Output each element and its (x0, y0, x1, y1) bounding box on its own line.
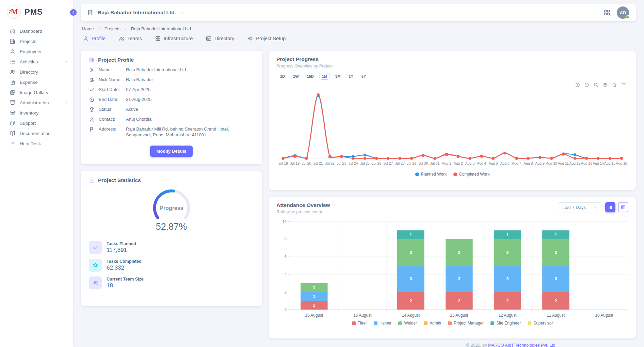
legend-supervisor[interactable]: Supervisor (528, 321, 553, 326)
tab-project-setup[interactable]: Project Setup (247, 35, 286, 45)
sidebar-item-help-desk[interactable]: Help Desk (0, 138, 73, 149)
range-button-15d[interactable]: 15D (304, 73, 317, 80)
range-button-3m[interactable]: 3M (332, 73, 343, 80)
person-icon (89, 117, 95, 122)
svg-text:Aug 16: Aug 16 (616, 162, 627, 165)
legend-admin[interactable]: Admin (424, 321, 441, 326)
legend-color-square (352, 321, 356, 325)
sidebar-item-employees[interactable]: Employees (0, 46, 73, 57)
stat-value: 62,332 (107, 265, 142, 271)
range-button-1d[interactable]: 1D (277, 73, 288, 80)
legend-label: Fitter (358, 321, 367, 326)
logo-icon: M (7, 5, 21, 19)
tab-profile[interactable]: Profile (83, 35, 106, 45)
menu-icon[interactable] (621, 82, 626, 88)
field-label: Status: (99, 107, 126, 112)
project-profile-card: Project Profile Name:Raja Bahadur Intern… (81, 51, 262, 164)
main-area: Raja Bahadur International Ltd. AD HomeP… (73, 0, 644, 347)
svg-text:1: 1 (313, 294, 315, 299)
sidebar-item-label: Projects (20, 39, 36, 44)
check-icon (89, 241, 102, 254)
building-icon (10, 38, 16, 44)
svg-text:1: 1 (313, 285, 315, 290)
sidebar-item-support[interactable]: Support (0, 118, 73, 128)
view-button-table-icon[interactable] (618, 202, 628, 212)
sidebar-item-label: Administration (20, 100, 49, 105)
footer-copyright: © 2025, by (466, 343, 488, 347)
user-avatar[interactable]: AD (617, 6, 629, 19)
svg-text:Jul 24: Jul 24 (349, 162, 358, 165)
svg-text:Aug 13: Aug 13 (581, 162, 592, 165)
range-button-1w[interactable]: 1W (290, 73, 302, 80)
legend-label: Admin (430, 321, 441, 326)
top-header: Raja Bahadur International Ltd. AD (81, 4, 636, 21)
sidebar-collapse-button[interactable] (69, 8, 78, 17)
breadcrumb-item-projects[interactable]: Projects (104, 26, 120, 31)
legend-planned-work[interactable]: Planned Work (415, 172, 447, 177)
tab-directory[interactable]: Directory (206, 35, 234, 45)
attendance-bar-chart[interactable]: 024681011116 August15 August233114 Augus… (276, 218, 628, 320)
date-range-select[interactable]: Last 7 Days (558, 202, 602, 212)
magnifier-icon[interactable] (593, 82, 599, 88)
bar-chart-legend: FitterHelperWelderAdminProject ManagerSi… (276, 321, 628, 326)
legend-welder[interactable]: Welder (398, 321, 417, 326)
range-button-1y[interactable]: 1Y (345, 73, 356, 80)
home-reset-icon[interactable] (612, 82, 617, 88)
progress-line-chart[interactable]: Jul 18Jul 19Jul 20Jul 21Jul 22Jul 23Jul … (276, 85, 628, 171)
sidebar-item-inventory[interactable]: Inventory (0, 108, 73, 118)
sidebar-item-image-gallary[interactable]: Image Gallary (0, 87, 73, 97)
sidebar-item-activities[interactable]: Activities (0, 57, 73, 67)
zoom-in-icon[interactable] (575, 82, 580, 88)
legend-helper[interactable]: Helper (374, 321, 391, 326)
svg-text:Jul 22: Jul 22 (325, 162, 335, 165)
svg-text:Jul 25: Jul 25 (360, 162, 370, 165)
gear-icon (247, 35, 253, 42)
tab-label: Teams (127, 36, 142, 41)
store-icon (10, 110, 16, 116)
modify-details-button[interactable]: Modify Details (150, 146, 192, 157)
svg-text:Aug 5: Aug 5 (488, 162, 498, 165)
svg-text:Jul 18: Jul 18 (278, 162, 288, 165)
legend-label: Supervisor (533, 321, 553, 326)
legend-label: Project Manager (454, 321, 484, 326)
sidebar-item-directory[interactable]: Directory (0, 67, 73, 77)
svg-text:Jul 19: Jul 19 (290, 162, 300, 165)
legend-completed-work[interactable]: Completed Work (453, 172, 489, 177)
pan-icon[interactable] (602, 82, 608, 88)
zoom-out-icon[interactable] (584, 82, 590, 88)
footer-company-link[interactable]: MARCO AIoT Technologies Pvt. Ltd. (488, 343, 557, 347)
sidebar-item-projects[interactable]: Projects (0, 36, 73, 46)
apps-grid-icon[interactable] (603, 9, 611, 16)
legend-project-manager[interactable]: Project Manager (448, 321, 484, 326)
svg-text:3: 3 (409, 276, 412, 281)
legend-site-engineer[interactable]: Site Engineer (490, 321, 521, 326)
view-button-bar-chart-icon[interactable] (605, 202, 615, 212)
tab-teams[interactable]: Teams (118, 35, 142, 45)
left-column: Project Profile Name:Raja Bahadur Intern… (81, 51, 262, 306)
archive-icon (10, 100, 16, 106)
breadcrumb-item-raja-bahadur-international-ltd: Raja Bahadur International Ltd. (131, 26, 192, 31)
sidebar-item-expense[interactable]: Expense (0, 77, 73, 87)
breadcrumb-item-home[interactable]: Home (82, 26, 94, 31)
home-icon (10, 28, 16, 34)
stat-label: Tasks Planned (107, 241, 136, 246)
svg-text:0: 0 (285, 307, 287, 312)
company-selector[interactable]: Raja Bahadur International Ltd. (87, 9, 184, 16)
line-chart-legend: Planned WorkCompleted Work (276, 172, 628, 177)
header-right: AD (603, 6, 629, 19)
legend-fitter[interactable]: Fitter (352, 321, 367, 326)
legend-color-square (528, 321, 531, 325)
logo[interactable]: M PMS (0, 0, 73, 22)
target-icon (89, 97, 95, 103)
chevron-down-icon (179, 10, 184, 15)
legend-color-dot (453, 172, 457, 176)
sidebar-item-dashboard[interactable]: Dashboard (0, 26, 73, 36)
sidebar-item-documentation[interactable]: Documentation (0, 128, 73, 138)
tab-infrastructure[interactable]: Infrastructure (155, 35, 193, 45)
range-button-5y[interactable]: 5Y (358, 73, 369, 80)
svg-text:Aug 4: Aug 4 (477, 162, 486, 165)
gallery-icon (10, 89, 16, 95)
sidebar-item-administration[interactable]: Administration (0, 97, 73, 108)
range-button-1m[interactable]: 1M (319, 73, 330, 80)
sidebar-item-label: Support (20, 121, 36, 126)
